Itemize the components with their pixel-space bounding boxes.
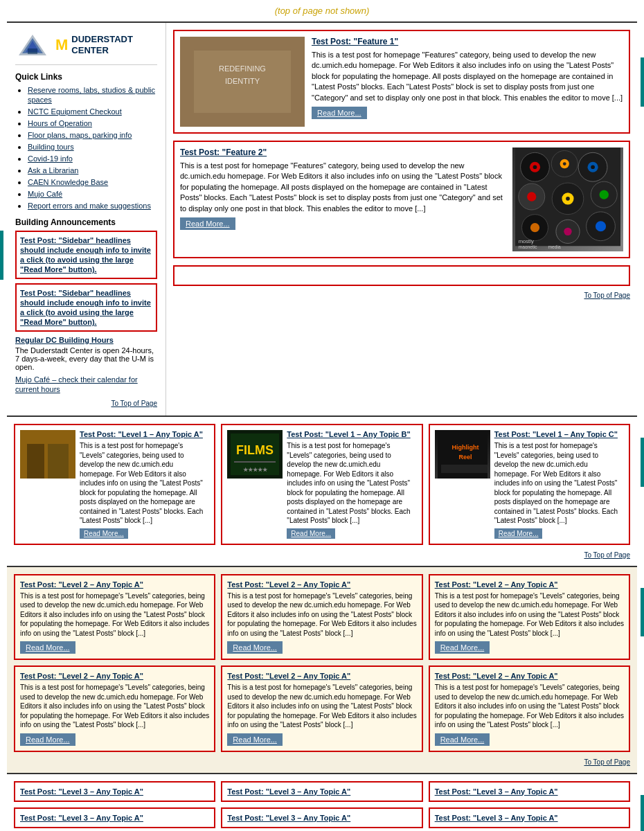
level2-card-6-title[interactable]: Test Post: "Level 2 – Any Topic A" [435,672,624,680]
level2-card-1-title[interactable]: Test Post: "Level 2 – Any Topic A" [20,580,209,589]
logo-m-letter: M [55,36,68,54]
level1-to-top[interactable]: To Top of Page [14,548,630,559]
level3-card-6-title[interactable]: Test Post: "Level 3 – Any Topic A" [435,814,624,822]
sidebar-to-top[interactable]: To Top of Page [15,400,157,407]
level2-card-4-readmore[interactable]: Read More... [20,733,75,746]
level1-card-2-content: Test Post: "Level 1 – Any Topic B" This … [287,430,416,539]
svg-text:REDEFINING: REDEFINING [219,64,266,73]
level2-grid-row2: Test Post: "Level 2 – Any Topic A" This … [14,665,630,752]
feature-post-2-img: mostly magnetic media [512,148,623,251]
level1-card-1-readmore[interactable]: Read More... [80,528,128,539]
level3-card-3: Test Post: "Level 3 – Any Topic A" [429,781,630,802]
announcement-1-link[interactable]: Test Post: "Sidebar" headlines should in… [20,236,151,274]
svg-text:magnetic: magnetic [519,244,538,249]
regular-hours-text: The Duderstadt Center is open 24-hours, … [15,346,157,371]
level3-card-2-title[interactable]: Test Post: "Level 3 – Any Topic A" [227,787,416,796]
level3-badge: Level 3 6 of 6 used [641,795,644,832]
level3-grid-row1: Test Post: "Level 3 – Any Topic A" Test … [14,781,630,802]
level2-section: Test Post: "Level 2 – Any Topic A" This … [7,567,637,774]
svg-text:★★★★★: ★★★★★ [243,467,268,473]
level2-card-2-readmore[interactable]: Read More... [227,641,283,654]
level2-card-6-readmore[interactable]: Read More... [435,733,490,746]
feature-post-1-content: Test Post: "Feature 1" This is a test po… [312,37,623,127]
sidebar-link-reserve[interactable]: Reserve rooms, labs, studios & public sp… [28,86,155,104]
feature-post-2-read-more[interactable]: Read More... [180,217,235,230]
sidebar-link-caen[interactable]: CAEN Knowledge Base [28,178,108,186]
level1-card-3-content: Test Post: "Level 1 – Any Topic C" This … [494,430,624,539]
feature-post-1-read-more[interactable]: Read More... [312,107,367,119]
feature-post-2-title[interactable]: Test Post: "Feature 2" [180,148,506,157]
sidebar-link-building[interactable]: Building tours [28,143,74,151]
level3-card-4: Test Post: "Level 3 – Any Topic A" [14,807,215,828]
level1-card-1-img [20,430,75,539]
level1-card-2-readmore[interactable]: Read More... [287,528,335,539]
announcement-1: Test Post: "Sidebar" headlines should in… [15,231,157,279]
level1-badge: Level 1 3 of 6 used [641,438,644,487]
level2-card-3: Test Post: "Level 2 – Any Topic A" This … [429,574,630,661]
sidebar-link-nctc[interactable]: NCTC Equipment Checkout [28,107,122,116]
feature-post-1-title[interactable]: Test Post: "Feature 1" [312,37,623,46]
svg-text:FILMS: FILMS [236,443,274,457]
building-announcements-title: Building Announcements [15,217,157,227]
level2-card-2-title[interactable]: Test Post: "Level 2 – Any Topic A" [227,580,416,589]
building-announcements: Building Announcements Test Post: "Sideb… [15,217,157,407]
mujo-cafe-link[interactable]: Mujo Café – check their calendar for cur… [15,375,138,393]
level2-card-4-body: This is a test post for homepage's "Leve… [20,683,209,730]
level1-card-3-title[interactable]: Test Post: "Level 1 – Any Topic C" [494,430,624,438]
sidebar-link-covid[interactable]: Covid-19 info [28,154,73,163]
level3-card-6: Test Post: "Level 3 – Any Topic A" [429,807,630,828]
sidebar-link-hours[interactable]: Hours of Operation [28,119,92,127]
svg-point-12 [533,165,537,169]
announcement-2: Test Post: "Sidebar" headlines should in… [15,283,157,332]
level2-card-1-body: This is a test post for homepage's "Leve… [20,591,209,638]
sidebar-badge: Sidebar 2 of 3 used [0,231,3,280]
level1-card-1-title[interactable]: Test Post: "Level 1 – Any Topic A" [80,430,209,438]
sidebar-link-librarian[interactable]: Ask a Librarian [28,166,78,175]
level3-card-3-title[interactable]: Test Post: "Level 3 – Any Topic A" [435,787,624,796]
level3-card-5-title[interactable]: Test Post: "Level 3 – Any Topic A" [227,814,416,822]
svg-point-20 [527,192,536,201]
sidebar-link-report[interactable]: Report errors and make suggestions [28,202,151,210]
feature-post-1-img: REDEFINING IDENTITY [180,37,305,127]
level2-card-6: Test Post: "Level 2 – Any Topic A" This … [429,665,630,752]
sidebar-link-mujo[interactable]: Mujo Café [28,190,62,198]
level3-card-4-title[interactable]: Test Post: "Level 3 – Any Topic A" [20,814,209,822]
level3-card-1-title[interactable]: Test Post: "Level 3 – Any Topic A" [20,787,209,796]
level1-card-1: Test Post: "Level 1 – Any Topic A" This … [14,424,215,545]
svg-point-25 [600,190,609,199]
level1-card-2-body: This is a test post for homepage's "Leve… [287,441,416,526]
sidebar-logo: M DUDERSTADT CENTER [15,31,157,65]
level2-card-2: Test Post: "Level 2 – Any Topic A" This … [221,574,422,661]
level2-card-3-readmore[interactable]: Read More... [435,641,490,654]
level3-grid-row2: Test Post: "Level 3 – Any Topic A" Test … [14,807,630,828]
level2-card-6-body: This is a test post for homepage's "Leve… [435,683,624,730]
level1-card-2-title[interactable]: Test Post: "Level 1 – Any Topic B" [287,430,416,438]
sidebar-link-floor[interactable]: Floor plans, maps, parking info [28,131,132,139]
level2-card-5-body: This is a test post for homepage's "Leve… [227,683,416,730]
level1-section: Test Post: "Level 1 – Any Topic A" This … [7,417,637,567]
feature-to-top[interactable]: To Top of Page [173,292,630,299]
announcement-2-link[interactable]: Test Post: "Sidebar" headlines should in… [20,289,151,326]
feature-post-1: REDEFINING IDENTITY Test Post: "Feature … [173,30,630,134]
mujo-cafe-link-wrapper: Mujo Café – check their calendar for cur… [15,375,157,394]
level2-card-4-title[interactable]: Test Post: "Level 2 – Any Topic A" [20,672,209,680]
level2-grid-row1: Test Post: "Level 2 – Any Topic A" This … [14,574,630,661]
level2-card-1-readmore[interactable]: Read More... [20,641,75,654]
svg-point-29 [564,228,571,235]
level2-card-3-title[interactable]: Test Post: "Level 2 – Any Topic A" [435,580,624,589]
level1-card-3-readmore[interactable]: Read More... [494,528,543,539]
feature-post-1-body: This is a test post for homepage "Featur… [312,50,623,103]
svg-text:Reel: Reel [458,454,472,461]
svg-text:IDENTITY: IDENTITY [225,77,260,85]
feature-post-2: Test Post: "Feature 2" This is a test po… [173,141,630,258]
svg-rect-46 [441,465,488,473]
level2-card-5-title[interactable]: Test Post: "Level 2 – Any Topic A" [227,672,416,680]
level2-card-5-readmore[interactable]: Read More... [227,733,283,746]
feature-post-2-content: Test Post: "Feature 2" This is a test po… [180,148,506,251]
level2-to-top[interactable]: To Top of Page [14,756,630,766]
level3-card-5: Test Post: "Level 3 – Any Topic A" [221,807,422,828]
level1-card-3: HighlightReel Test Post: "Level 1 – Any … [429,424,630,545]
feature-badge: Feature 2 of 3 used [641,57,644,107]
regular-hours-title: Regular DC Building Hours [15,336,157,344]
svg-point-27 [530,223,539,232]
